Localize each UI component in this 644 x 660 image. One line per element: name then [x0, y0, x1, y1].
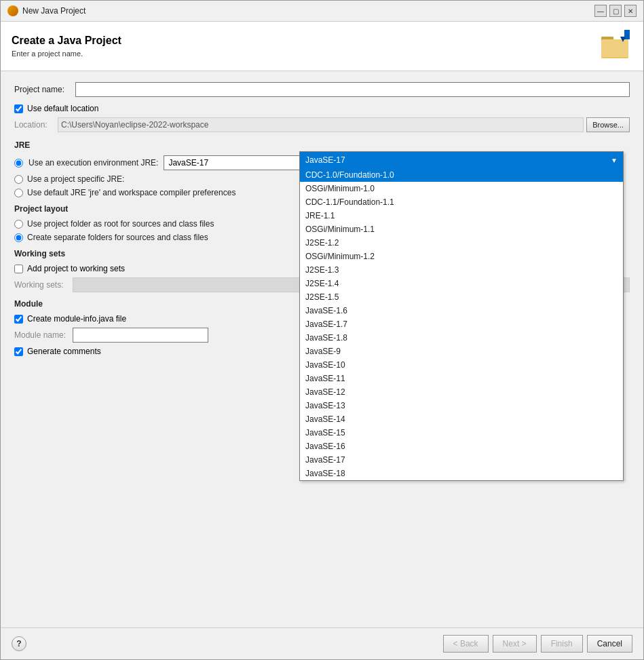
- jre-select-input[interactable]: [164, 155, 313, 170]
- folder-icon: [600, 30, 632, 62]
- svg-rect-4: [624, 30, 630, 39]
- header-section: Create a Java Project Enter a project na…: [1, 22, 643, 71]
- help-button[interactable]: ?: [12, 636, 26, 651]
- footer: ? < Back Next > Finish Cancel: [1, 627, 643, 659]
- title-bar: New Java Project — ▢ ✕: [1, 1, 643, 22]
- window: New Java Project — ▢ ✕ Create a Java Pro…: [0, 0, 644, 660]
- eclipse-icon: [7, 5, 18, 16]
- layout-option2-label[interactable]: Create separate folders for sources and …: [27, 233, 208, 242]
- project-name-label: Project name:: [14, 85, 75, 94]
- header-text: Create a Java Project Enter a project na…: [12, 35, 121, 58]
- window-title: New Java Project: [22, 6, 86, 16]
- finish-button[interactable]: Finish: [541, 635, 583, 653]
- dropdown-header: JavaSE-17 ▼: [300, 152, 623, 168]
- dropdown-item[interactable]: J2SE-1.2: [300, 236, 623, 250]
- jre-option2-radio[interactable]: [14, 175, 23, 184]
- jre-dropdown-overlay: JavaSE-17 ▼ CDC-1.0/Foundation-1.0OSGi/M…: [299, 151, 624, 481]
- cancel-button[interactable]: Cancel: [587, 635, 632, 653]
- jre-section-title: JRE: [14, 140, 630, 150]
- header-icon: [600, 30, 632, 62]
- title-bar-left: New Java Project: [7, 5, 86, 16]
- dropdown-item[interactable]: J2SE-1.5: [300, 290, 623, 304]
- module-name-input[interactable]: [73, 328, 208, 343]
- dialog-subtitle: Enter a project name.: [12, 50, 121, 58]
- create-module-label[interactable]: Create module-info.java file: [27, 314, 126, 324]
- dialog-title: Create a Java Project: [12, 35, 121, 47]
- location-row: Location: Browse...: [14, 117, 630, 132]
- dropdown-item[interactable]: JavaSE-16: [300, 440, 623, 453]
- dropdown-list: CDC-1.0/Foundation-1.0OSGi/Minimum-1.0CD…: [300, 168, 623, 480]
- jre-option3-radio[interactable]: [14, 189, 23, 197]
- dropdown-item[interactable]: JavaSE-9: [300, 345, 623, 358]
- close-button[interactable]: ✕: [624, 5, 637, 17]
- svg-rect-2: [601, 39, 628, 57]
- dropdown-item[interactable]: JavaSE-1.7: [300, 317, 623, 331]
- dropdown-item[interactable]: JavaSE-1.8: [300, 331, 623, 345]
- module-name-label: Module name:: [14, 330, 69, 340]
- dropdown-item[interactable]: JavaSE-13: [300, 399, 623, 412]
- dropdown-item[interactable]: OSGi/Minimum-1.0: [300, 182, 623, 195]
- generate-comments-checkbox[interactable]: [14, 347, 23, 356]
- dropdown-item[interactable]: JavaSE-18: [300, 467, 623, 480]
- generate-comments-label[interactable]: Generate comments: [27, 347, 101, 356]
- layout-option1-label[interactable]: Use project folder as root for sources a…: [27, 219, 214, 229]
- project-name-row: Project name:: [14, 82, 630, 97]
- dropdown-item[interactable]: JavaSE-1.6: [300, 304, 623, 317]
- jre-option1-radio[interactable]: [14, 159, 23, 168]
- title-bar-controls: — ▢ ✕: [594, 5, 637, 17]
- restore-button[interactable]: ▢: [609, 5, 622, 17]
- dropdown-header-arrow-icon: ▼: [611, 157, 618, 164]
- project-name-input[interactable]: [75, 82, 630, 97]
- layout-option2-radio[interactable]: [14, 233, 23, 242]
- dropdown-item[interactable]: JRE-1.1: [300, 209, 623, 222]
- dropdown-header-text: JavaSE-17: [305, 155, 611, 165]
- use-default-location-label[interactable]: Use default location: [27, 104, 98, 113]
- location-input[interactable]: [58, 117, 584, 132]
- create-module-checkbox[interactable]: [14, 315, 23, 324]
- jre-option3-label[interactable]: Use default JRE 'jre' and workspace comp…: [27, 188, 235, 197]
- add-working-sets-checkbox[interactable]: [14, 265, 23, 273]
- footer-left: ?: [12, 636, 26, 651]
- main-content: Project name: Use default location Locat…: [1, 71, 643, 627]
- dropdown-item[interactable]: JavaSE-15: [300, 426, 623, 440]
- jre-select-wrap: ▼: [164, 155, 313, 170]
- back-button[interactable]: < Back: [443, 635, 489, 653]
- add-working-sets-label[interactable]: Add project to working sets: [27, 264, 125, 273]
- jre-option2-label[interactable]: Use a project specific JRE:: [27, 174, 124, 184]
- dropdown-item[interactable]: OSGi/Minimum-1.1: [300, 222, 623, 236]
- dropdown-item[interactable]: JavaSE-11: [300, 372, 623, 385]
- dropdown-item[interactable]: JavaSE-14: [300, 412, 623, 426]
- dropdown-item[interactable]: JavaSE-17: [300, 453, 623, 467]
- use-default-location-row: Use default location: [14, 104, 630, 113]
- dropdown-item[interactable]: CDC-1.0/Foundation-1.0: [300, 168, 623, 182]
- working-sets-label: Working sets:: [14, 280, 69, 290]
- jre-option1-label[interactable]: Use an execution environment JRE:: [29, 158, 158, 168]
- dropdown-item[interactable]: OSGi/Minimum-1.2: [300, 250, 623, 263]
- dropdown-item[interactable]: JavaSE-10: [300, 358, 623, 372]
- dropdown-item[interactable]: CDC-1.1/Foundation-1.1: [300, 195, 623, 209]
- layout-option1-radio[interactable]: [14, 220, 23, 229]
- footer-right: < Back Next > Finish Cancel: [443, 635, 632, 653]
- use-default-location-checkbox[interactable]: [14, 104, 23, 113]
- dropdown-item[interactable]: J2SE-1.3: [300, 263, 623, 277]
- dropdown-item[interactable]: J2SE-1.4: [300, 277, 623, 290]
- minimize-button[interactable]: —: [594, 5, 607, 17]
- dropdown-item[interactable]: JavaSE-12: [300, 385, 623, 399]
- next-button[interactable]: Next >: [493, 635, 537, 653]
- browse-button[interactable]: Browse...: [586, 117, 630, 132]
- location-label: Location:: [14, 120, 55, 130]
